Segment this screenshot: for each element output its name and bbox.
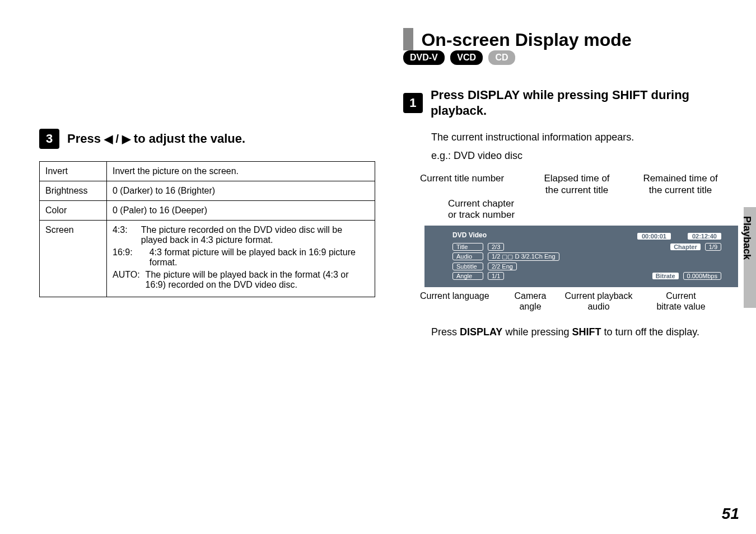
step-number-1: 1 <box>403 93 423 113</box>
osd-chapter-value: 1/9 <box>705 243 721 251</box>
lbl-pb-a: Current playback <box>565 291 633 301</box>
row-desc-screen: 4:3: The picture recorded on the DVD vid… <box>107 221 375 297</box>
section-title: On-screen Display mode <box>421 30 631 50</box>
osd-bitrate-label: Bitrate <box>652 273 679 279</box>
lbl-bitrate-value: Current bitrate value <box>647 291 715 312</box>
screen-val: The picture will be played back in the f… <box>146 270 369 290</box>
lbl-chapter-a: Current chapter <box>448 198 514 209</box>
pill-dvdv: DVD-V <box>403 50 445 65</box>
row-label: Brightness <box>40 181 107 201</box>
row-label: Screen <box>40 221 107 297</box>
lbl-chapter-b: or track number <box>448 209 515 220</box>
pill-vcd: VCD <box>450 50 483 65</box>
lbl-elapsed-a: Elapsed time of <box>544 173 609 184</box>
osd-elapsed-time: 00:00:01 <box>637 233 671 240</box>
osd-title-value: 2/3 <box>488 243 504 251</box>
osd-angle-label: Angle <box>452 272 483 280</box>
lbl-playback-audio: Current playback audio <box>557 291 641 312</box>
step-number-3: 3 <box>39 129 59 149</box>
osd-subtitle-label: Subtitle <box>452 263 483 270</box>
table-row: Color 0 (Paler) to 16 (Deeper) <box>40 201 375 221</box>
lbl-remain-a: Remained time of <box>643 173 717 184</box>
step-1-text: Press DISPLAY while pressing SHIFT durin… <box>431 87 739 118</box>
row-desc: Invert the picture on the screen. <box>107 162 375 181</box>
osd-dvd-label: DVD Video <box>452 231 487 239</box>
side-tab-label: Playback <box>738 213 756 263</box>
screen-key: 4:3: <box>113 225 136 245</box>
lbl-remain-b: the current title <box>649 185 712 195</box>
lbl-current-title: Current title number <box>420 173 521 196</box>
row-desc: 0 (Darker) to 16 (Brighter) <box>107 181 375 201</box>
row-desc: 0 (Paler) to 16 (Deeper) <box>107 201 375 221</box>
example-label: e.g.: DVD video disc <box>431 150 739 162</box>
osd-box: DVD Video 00:00:01 02:12:40 Title 2/3 Ch… <box>424 226 738 287</box>
lbl-cam-a: Camera <box>515 291 547 301</box>
lbl-chapter: Current chapter or track number <box>414 198 739 221</box>
section-heading-row: On-screen Display mode <box>403 28 739 50</box>
body-turn-off: Press DISPLAY while pressing SHIFT to tu… <box>431 325 739 339</box>
heading-bar-icon <box>403 28 413 50</box>
lbl-remain: Remained time of the current title <box>633 173 728 196</box>
table-row: Brightness 0 (Darker) to 16 (Brighter) <box>40 181 375 201</box>
b2-pre: Press <box>431 326 460 338</box>
lbl-elapsed: Elapsed time of the current title <box>532 173 622 196</box>
osd-chapter-label: Chapter <box>670 243 701 250</box>
screen-key: 16:9: <box>113 247 144 268</box>
lbl-camera-angle: Camera angle <box>511 291 550 312</box>
step-1-heading: 1 Press DISPLAY while pressing SHIFT dur… <box>403 87 739 118</box>
osd-bitrate-value: 0.000Mbps <box>683 272 721 280</box>
page-number: 51 <box>722 505 739 523</box>
osd-diagram: Current title number Elapsed time of the… <box>414 173 739 312</box>
table-row: Invert Invert the picture on the screen. <box>40 162 375 181</box>
b2-display: DISPLAY <box>460 326 502 338</box>
osd-subtitle-value: 2/2 Eng <box>488 263 517 270</box>
osd-angle-value: 1/1 <box>488 272 504 280</box>
pill-cd: CD <box>488 50 515 65</box>
lbl-elapsed-b: the current title <box>545 185 608 195</box>
lbl-current-lang: Current language <box>420 291 504 312</box>
step3-post: to adjust the value. <box>130 132 245 146</box>
b2-mid: while pressing <box>502 326 572 338</box>
row-label: Color <box>40 201 107 221</box>
step3-pre: Press <box>67 132 104 146</box>
b2-shift: SHIFT <box>572 326 601 338</box>
row-label: Invert <box>40 162 107 181</box>
body-current-info: The current instructional information ap… <box>431 130 739 144</box>
osd-audio-value: 1/2 ▢▢ D 3/2.1Ch Eng <box>488 252 559 261</box>
settings-table: Invert Invert the picture on the screen.… <box>39 161 375 297</box>
lbl-bit-a: Current <box>666 291 696 301</box>
lbl-cam-b: angle <box>519 302 541 311</box>
arrows-icon: ◀ / ▶ <box>104 133 130 145</box>
table-row-screen: Screen 4:3: The picture recorded on the … <box>40 221 375 297</box>
lbl-pb-b: audio <box>587 302 609 311</box>
osd-title-label: Title <box>452 243 483 251</box>
step-3-text: Press ◀ / ▶ to adjust the value. <box>67 132 245 146</box>
screen-val: The picture recorded on the DVD video di… <box>141 225 369 245</box>
osd-remain-time: 02:12:40 <box>688 233 721 240</box>
disc-type-pills: DVD-V VCD CD <box>403 50 739 65</box>
lbl-bit-b: bitrate value <box>656 302 705 311</box>
b2-post: to turn off the display. <box>601 326 699 338</box>
osd-audio-label: Audio <box>452 252 483 260</box>
step-3-heading: 3 Press ◀ / ▶ to adjust the value. <box>39 129 375 149</box>
screen-val: 4:3 format picture will be played back i… <box>150 247 369 268</box>
screen-key: AUTO: <box>113 270 140 290</box>
